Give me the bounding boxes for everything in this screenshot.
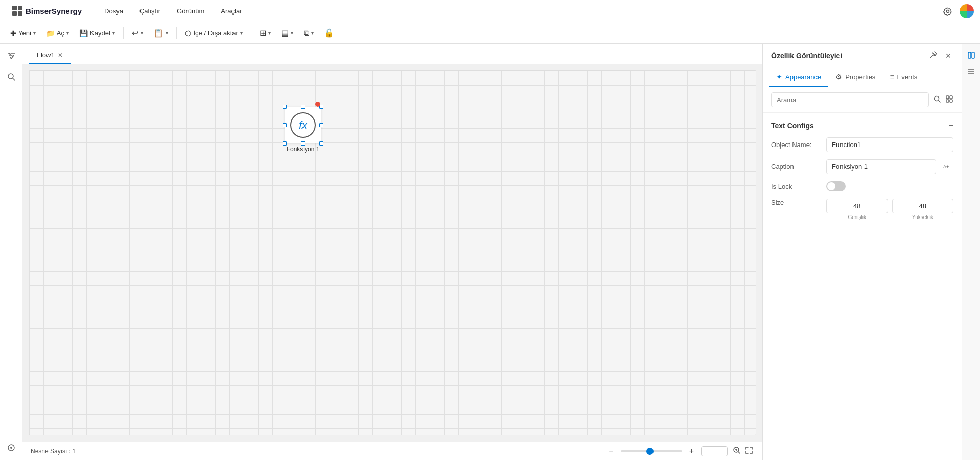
zoom-magnify-button[interactable]: [732, 445, 742, 457]
size-inputs: Genişlik Yükseklik: [826, 199, 953, 220]
panel-pin-button[interactable]: [928, 50, 939, 61]
tab-events[interactable]: ≡ Events: [882, 67, 924, 87]
zoom-slider[interactable]: [621, 450, 682, 452]
zoom-icon-group: [732, 445, 754, 457]
paste-icon: 📋: [153, 28, 164, 38]
grid-button[interactable]: ⊞ ▾: [255, 26, 275, 40]
new-button[interactable]: ✚ Yeni ▾: [6, 27, 40, 39]
size-height-label: Yükseklik: [912, 214, 934, 220]
sidebar-link-icon[interactable]: [3, 440, 19, 456]
appearance-tab-icon: ✦: [776, 72, 782, 81]
svg-rect-17: [950, 96, 952, 99]
svg-line-7: [13, 78, 15, 80]
search-input[interactable]: [771, 92, 929, 107]
menu-dosya[interactable]: Dosya: [100, 5, 127, 17]
zoom-in-button[interactable]: +: [686, 446, 697, 457]
menu-araclar[interactable]: Araçlar: [217, 5, 246, 17]
section-title: Text Configs: [771, 122, 814, 130]
save-label: Kaydet: [90, 29, 110, 37]
new-label: Yeni: [18, 29, 31, 37]
tab-flow1[interactable]: Flow1 ✕: [29, 47, 71, 64]
node-label: Fonksiyon 1: [287, 146, 320, 153]
object-count: Nesne Sayısı : 1: [31, 448, 76, 455]
is-lock-toggle[interactable]: [826, 181, 846, 191]
handle-bot-mid[interactable]: [301, 141, 305, 146]
search-button[interactable]: [933, 95, 941, 105]
handle-bot-left[interactable]: [283, 141, 287, 146]
divider-2: [176, 27, 177, 39]
user-avatar[interactable]: [960, 4, 974, 18]
settings-icon[interactable]: [942, 6, 953, 17]
open-label: Aç: [57, 29, 64, 37]
strip-list-icon[interactable]: [964, 64, 978, 79]
open-icon: 📁: [46, 29, 55, 37]
tab-appearance[interactable]: ✦ Appearance: [769, 67, 828, 87]
handle-top-mid[interactable]: [301, 105, 305, 109]
paste-button[interactable]: 📋 ▾: [149, 26, 172, 40]
handle-bot-right[interactable]: [319, 141, 323, 146]
function-node[interactable]: fx Fonksiyon 1: [285, 107, 321, 153]
layout-chevron: ▾: [291, 30, 293, 36]
properties-tab-label: Properties: [845, 73, 875, 81]
save-chevron: ▾: [112, 30, 115, 36]
open-chevron: ▾: [66, 30, 69, 36]
object-name-input[interactable]: [826, 137, 953, 152]
panel-close-button[interactable]: ✕: [943, 50, 953, 61]
connector-dot[interactable]: [315, 102, 320, 107]
panel-search: [763, 87, 962, 113]
handle-top-left[interactable]: [283, 105, 287, 109]
handle-mid-right[interactable]: [319, 123, 323, 127]
object-name-field: Object Name:: [771, 137, 953, 152]
object-name-label: Object Name:: [771, 141, 822, 149]
size-width-input[interactable]: [826, 199, 888, 213]
svg-rect-22: [972, 52, 974, 58]
caption-translate-button[interactable]: A+: [940, 159, 953, 174]
save-button[interactable]: 💾 Kaydet ▾: [75, 27, 119, 39]
layout-button[interactable]: ▤ ▾: [277, 26, 297, 40]
svg-rect-18: [946, 100, 949, 102]
tab-bar: Flow1 ✕: [22, 44, 762, 64]
sidebar-search-icon[interactable]: [3, 68, 19, 85]
tab-close-icon[interactable]: ✕: [58, 52, 63, 59]
logo-icon: [12, 6, 22, 16]
layout-icon: ▤: [281, 28, 289, 38]
strip-properties-icon[interactable]: [964, 48, 978, 62]
tab-properties[interactable]: ⚙ Properties: [828, 67, 882, 87]
canvas-area: Flow1 ✕ fx: [22, 44, 762, 460]
menu-gorunum[interactable]: Görünüm: [173, 5, 208, 17]
is-lock-field: Is Lock: [771, 181, 953, 191]
open-button[interactable]: 📁 Aç ▾: [42, 27, 73, 39]
node-body: fx: [285, 107, 321, 143]
copy-chevron: ▾: [311, 30, 314, 36]
tab-flow1-label: Flow1: [37, 51, 55, 59]
panel-content: Text Configs − Object Name: Caption A+: [763, 113, 962, 460]
zoom-out-button[interactable]: −: [605, 446, 616, 457]
section-collapse-button[interactable]: −: [949, 121, 953, 130]
divider-1: [123, 27, 124, 39]
copy-button[interactable]: ⧉ ▾: [299, 27, 318, 40]
copy-icon: ⧉: [304, 29, 309, 38]
lock-icon: 🔓: [324, 28, 334, 38]
right-panel: Özellik Görüntüleyici ✕ ✦ Appearance ⚙ P…: [762, 44, 962, 460]
svg-rect-21: [968, 52, 971, 58]
undo-button[interactable]: ↩ ▾: [128, 26, 147, 40]
handle-mid-left[interactable]: [283, 123, 287, 127]
svg-point-5: [10, 57, 12, 59]
zoom-input[interactable]: %100: [701, 446, 728, 456]
lock-button[interactable]: 🔓: [320, 26, 338, 40]
size-width-wrapper: Genişlik: [826, 199, 888, 220]
undo-icon: ↩: [132, 28, 138, 38]
size-height-input[interactable]: [892, 199, 954, 213]
svg-point-9: [10, 447, 12, 449]
canvas[interactable]: fx Fonksiyon 1: [29, 70, 756, 435]
export-icon: ⬡: [185, 29, 191, 37]
node-circle: fx: [290, 112, 316, 138]
export-button[interactable]: ⬡ İçe / Dışa aktar ▾: [181, 27, 246, 39]
svg-text:A+: A+: [943, 164, 949, 170]
sidebar-filter-icon[interactable]: [3, 48, 19, 64]
panel-layout-button[interactable]: [945, 95, 953, 105]
fit-button[interactable]: [744, 445, 754, 457]
zoom-controls: − + %100: [605, 445, 754, 457]
caption-input[interactable]: [826, 159, 936, 174]
menu-calistir[interactable]: Çalıştır: [135, 5, 165, 17]
